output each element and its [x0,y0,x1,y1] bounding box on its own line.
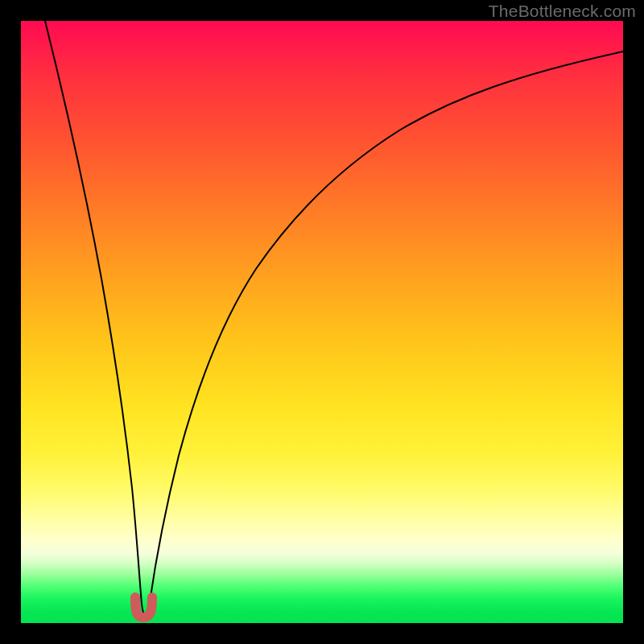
plot-area [21,21,623,623]
chart-frame: TheBottleneck.com [0,0,644,644]
curve-overlay [21,21,623,623]
watermark-text: TheBottleneck.com [489,2,636,21]
bottleneck-curve [45,21,623,614]
optimal-marker [135,597,152,617]
